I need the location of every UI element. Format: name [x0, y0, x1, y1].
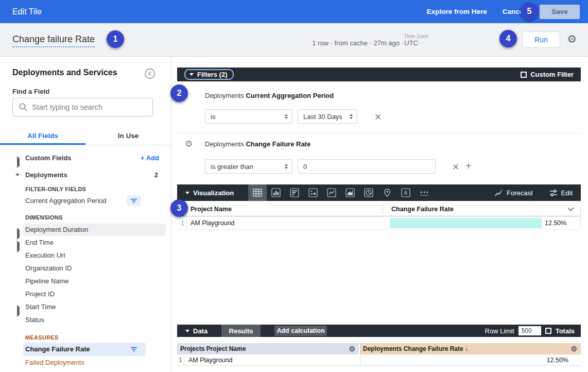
column-divider [383, 205, 383, 213]
sidebar-item-change-failure-rate[interactable]: Change Failure Rate [0, 343, 171, 356]
edit-viz-button[interactable]: Edit [549, 189, 573, 197]
column-chart-icon[interactable] [267, 184, 285, 201]
chevron-circle-left-icon [144, 68, 155, 79]
custom-filter-group: Custom Filter [521, 71, 574, 78]
visualization-section-bar: Visualization [177, 184, 581, 201]
sidebar-item-organization-id[interactable]: Organization ID [0, 262, 171, 275]
column-gear-icon[interactable]: ⚙ [570, 345, 577, 352]
data-column-header-measure[interactable]: Deployments Change Failure Rate ↓ ⚙ [360, 343, 581, 354]
map-icon[interactable] [378, 184, 396, 201]
sidebar-item-status[interactable]: Status [0, 314, 171, 326]
collapse-sidebar-button[interactable] [144, 68, 155, 79]
custom-filter-checkbox[interactable] [521, 72, 527, 78]
edit-settings-icon [549, 189, 558, 197]
collapse-arrow-icon[interactable] [15, 174, 20, 187]
select-arrows-icon [285, 114, 288, 119]
tab-results[interactable]: Results [221, 325, 261, 337]
query-status-text: 1 row · from cache · 27m ago · [312, 39, 404, 47]
bar-chart-icon[interactable] [285, 184, 304, 201]
window-title: Edit Tile [12, 7, 42, 16]
value-bar [390, 218, 542, 228]
data-section-toggle[interactable]: Data [185, 327, 207, 335]
filter-operator-select[interactable]: is [205, 109, 292, 124]
row-index: 1 [177, 216, 187, 230]
totals-checkbox[interactable] [545, 328, 551, 334]
field-search-box[interactable] [12, 98, 153, 116]
sidebar-item-current-aggregation-period[interactable]: Current Aggregation Period [0, 195, 171, 207]
viz-actions: Forecast Edit [495, 189, 573, 197]
column-divider [360, 354, 360, 366]
filter-divider [177, 133, 581, 133]
annotation-badge-4: 4 [499, 30, 517, 47]
project-name-cell: AM Playground [191, 216, 234, 230]
tile-title[interactable]: Change failure Rate [12, 34, 95, 47]
viz-column-header-project-name[interactable]: Project Name [191, 202, 232, 216]
chevron-down-icon[interactable] [567, 207, 574, 211]
collapse-arrow-icon [185, 192, 189, 194]
forecast-button[interactable]: Forecast [495, 189, 533, 197]
collapse-arrow-icon [189, 73, 194, 76]
row-limit-input[interactable] [518, 326, 541, 335]
table-chart-icon[interactable] [248, 184, 267, 201]
data-column-header-dimension[interactable]: Projects Project Name ⚙ [177, 343, 359, 354]
expand-arrow-icon[interactable] [17, 156, 20, 168]
save-button[interactable]: Save [540, 5, 580, 19]
sidebar-item-project-id[interactable]: Project ID [0, 288, 171, 300]
more-viz-options-icon[interactable] [415, 184, 434, 201]
filter-only-fields-header: FILTER-ONLY FIELDS [25, 184, 86, 194]
tab-in-use[interactable]: In Use [85, 129, 171, 145]
filter-value-select[interactable]: Last 30 Days [298, 109, 357, 124]
single-value-icon[interactable]: 6 [396, 184, 415, 201]
line-chart-icon[interactable] [322, 184, 341, 201]
search-icon [19, 103, 28, 112]
sidebar-item-pipeline-name[interactable]: Pipeline Name [0, 275, 171, 288]
filter-settings-gear-icon[interactable]: ⚙ [185, 140, 193, 148]
dimensions-header: DIMENSIONS [25, 212, 63, 223]
project-name-cell: AM Playground [188, 354, 232, 366]
filter-value-input[interactable] [298, 159, 436, 174]
scatterplot-icon[interactable] [304, 184, 322, 201]
sidebar-item-custom-fields[interactable]: Custom Fields + Add [0, 152, 171, 164]
value-cell: 12.50% [547, 354, 568, 366]
run-button[interactable]: Run [522, 31, 560, 47]
filters-section-bar: Filters (2) Custom Filter [177, 67, 581, 81]
sidebar-item-failed-deployments[interactable]: Failed Deployments [0, 357, 171, 369]
column-gear-icon[interactable]: ⚙ [349, 345, 355, 352]
filter-operator-select[interactable]: is greater than [205, 159, 292, 174]
forecast-icon [495, 189, 503, 197]
viz-column-header-change-failure-rate[interactable]: Change Failure Rate [391, 202, 454, 216]
field-tabs: All Fields In Use [0, 129, 171, 145]
sidebar-item-execution-url[interactable]: Execution Url [0, 249, 171, 262]
visualization-section-toggle[interactable]: Visualization [185, 189, 234, 197]
explore-from-here-button[interactable]: Explore from Here [427, 8, 487, 15]
filter-active-icon[interactable] [127, 344, 141, 354]
area-chart-icon[interactable] [341, 184, 359, 201]
filter-field-label: Deployments Change Failure Rate [205, 140, 310, 148]
expand-arrow-icon[interactable] [17, 228, 20, 240]
select-arrows-icon [285, 164, 288, 169]
pie-chart-icon[interactable] [359, 184, 378, 201]
timezone-label: Time Zone [404, 33, 428, 39]
sidebar-item-deployments-group[interactable]: Deployments 2 [0, 169, 171, 181]
timezone-value[interactable]: UTC [404, 39, 418, 47]
select-arrows-icon [350, 114, 353, 119]
sidebar-item-start-time[interactable]: Start Time [0, 301, 171, 313]
sidebar-item-deployment-duration[interactable]: Deployment Duration [0, 224, 171, 236]
remove-filter-icon[interactable]: ✕ [374, 112, 382, 123]
totals-label: Totals [556, 327, 575, 335]
add-filter-icon[interactable]: + [465, 160, 472, 172]
add-custom-field-button[interactable]: + Add [141, 152, 159, 164]
sidebar-item-end-time[interactable]: End Time [0, 236, 171, 249]
data-section-bar: Data Results Add calculation Row Limit T… [177, 325, 581, 337]
value-cell: 12.50% [545, 216, 566, 230]
add-calculation-button[interactable]: Add calculation [274, 326, 327, 336]
query-settings-gear-icon[interactable]: ⚙ [567, 33, 577, 44]
filter-field-label: Deployments Current Aggregation Period [205, 92, 334, 99]
search-input[interactable] [32, 103, 152, 111]
annotation-badge-1: 1 [107, 30, 124, 48]
filters-section-toggle[interactable]: Filters (2) [184, 69, 234, 80]
filter-active-icon[interactable] [127, 195, 141, 206]
tab-all-fields[interactable]: All Fields [0, 129, 85, 145]
collapse-arrow-icon [185, 330, 189, 332]
remove-filter-icon[interactable]: ✕ [452, 162, 459, 173]
